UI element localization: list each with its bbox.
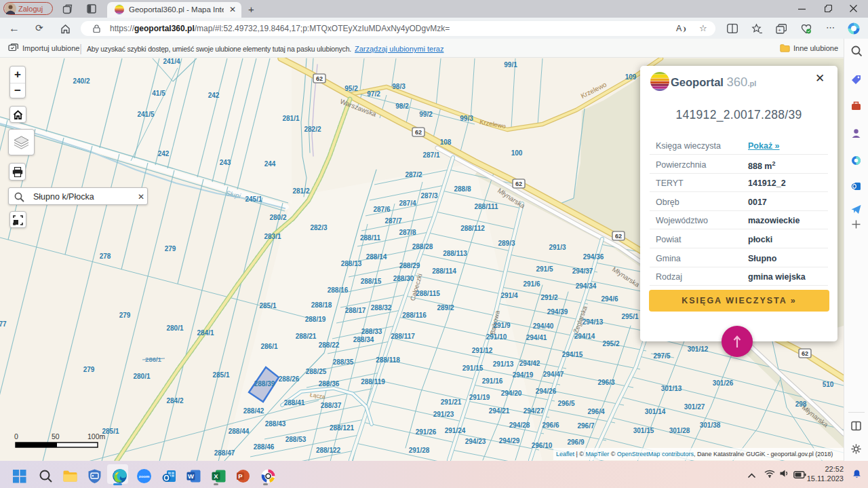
svg-text:288/34: 288/34 [353, 336, 374, 343]
svg-text:286/1: 286/1 [260, 343, 277, 350]
svg-text:294/26: 294/26 [536, 388, 557, 395]
svg-text:294/21: 294/21 [489, 407, 510, 415]
svg-text:50: 50 [52, 432, 60, 440]
svg-text:294/27: 294/27 [524, 407, 545, 415]
svg-text:296/9: 296/9 [567, 438, 584, 446]
svg-text:288/25: 288/25 [306, 368, 327, 375]
svg-text:301/15: 301/15 [633, 427, 654, 434]
svg-text:242: 242 [208, 92, 220, 99]
svg-text:Leaflet | © MapTiler © OpenStr: Leaflet | © MapTiler © OpenStreetMap con… [556, 451, 833, 457]
svg-text:301/28: 301/28 [669, 427, 690, 434]
svg-text:285/1: 285/1 [259, 302, 276, 309]
svg-text:287/3: 287/3 [420, 192, 437, 200]
svg-text:100m: 100m [87, 432, 106, 440]
svg-text:288/111: 288/111 [474, 203, 498, 210]
svg-text:243: 243 [220, 159, 231, 166]
svg-text:288/113: 288/113 [443, 250, 467, 257]
svg-text:294/34: 294/34 [576, 282, 597, 290]
svg-text:62: 62 [802, 350, 808, 357]
svg-text:288/37: 288/37 [321, 402, 342, 409]
svg-text:288/21: 288/21 [296, 333, 317, 340]
svg-text:288/11: 288/11 [360, 234, 380, 242]
svg-text:294/37: 294/37 [572, 267, 593, 275]
svg-text:288/44: 288/44 [229, 428, 250, 435]
svg-text:294/40: 294/40 [533, 322, 554, 330]
svg-text:288/19: 288/19 [305, 316, 326, 323]
svg-text:282/2: 282/2 [304, 126, 321, 133]
svg-text:100: 100 [511, 149, 523, 157]
svg-text:301/26: 301/26 [713, 379, 734, 387]
svg-text:294/15: 294/15 [562, 351, 583, 358]
svg-text:241/4: 241/4 [163, 58, 180, 65]
svg-text:294/39: 294/39 [547, 308, 568, 316]
svg-text:288/115: 288/115 [416, 290, 440, 297]
svg-text:291/24: 291/24 [445, 427, 466, 434]
svg-text:291/23: 291/23 [433, 411, 454, 418]
svg-text:291/10: 291/10 [486, 333, 507, 341]
svg-text:281/2: 281/2 [292, 187, 309, 195]
svg-text:+: + [778, 27, 781, 33]
svg-text:288/42: 288/42 [243, 407, 264, 415]
svg-text:108: 108 [440, 138, 452, 146]
svg-text:98/2: 98/2 [395, 102, 409, 110]
svg-text:291/9: 291/9 [493, 322, 510, 329]
svg-text:288/121: 288/121 [330, 424, 355, 432]
svg-text:288/118: 288/118 [376, 356, 400, 364]
svg-text:294/42: 294/42 [519, 360, 540, 367]
svg-text:294/13: 294/13 [583, 318, 604, 326]
svg-text:288/46: 288/46 [254, 443, 275, 451]
svg-text:294/23: 294/23 [465, 438, 486, 445]
svg-text:278: 278 [100, 252, 111, 260]
svg-text:288/26: 288/26 [279, 375, 300, 383]
svg-text:279: 279 [83, 366, 95, 373]
svg-text:288/8: 288/8 [454, 185, 471, 193]
svg-text:291/16: 291/16 [482, 377, 503, 385]
svg-text:294/41: 294/41 [526, 334, 547, 341]
svg-text:280/2: 280/2 [269, 214, 286, 221]
svg-text:288/29: 288/29 [399, 262, 420, 269]
svg-text:zoom: zoom [139, 474, 150, 478]
svg-text:510: 510 [823, 381, 834, 388]
svg-text:240/2: 240/2 [73, 77, 90, 85]
svg-text:296/6: 296/6 [542, 421, 559, 429]
svg-text:294/29: 294/29 [499, 437, 520, 445]
svg-text:288/36: 288/36 [319, 380, 340, 388]
svg-text:288/119: 288/119 [361, 378, 385, 386]
svg-text:99/1: 99/1 [504, 61, 517, 69]
svg-text:296/4: 296/4 [587, 408, 604, 415]
svg-text:288/43: 288/43 [265, 420, 286, 428]
svg-text:279: 279 [119, 312, 131, 319]
svg-text:99/3: 99/3 [460, 115, 473, 122]
svg-text:301/13: 301/13 [661, 385, 682, 392]
svg-text:295/1: 295/1 [621, 313, 638, 320]
svg-text:62: 62 [415, 129, 422, 136]
svg-text:291/3: 291/3 [549, 244, 566, 251]
svg-text:288/22: 288/22 [319, 341, 340, 349]
svg-text:285/1: 285/1 [212, 371, 229, 379]
svg-text:109: 109 [625, 73, 637, 81]
svg-text:287/2: 287/2 [405, 171, 422, 179]
svg-text:288/114: 288/114 [432, 267, 456, 275]
svg-text:288/16: 288/16 [328, 286, 349, 294]
svg-text:99/2: 99/2 [419, 111, 433, 118]
svg-text:291/2: 291/2 [540, 294, 557, 301]
svg-text:41/5: 41/5 [152, 90, 165, 97]
svg-text:296/10: 296/10 [532, 442, 553, 449]
svg-text:294/19: 294/19 [513, 371, 534, 379]
svg-text:291/6: 291/6 [523, 280, 540, 288]
svg-text:289/2: 289/2 [437, 304, 454, 312]
svg-text:0: 0 [14, 432, 18, 440]
svg-text:288/47: 288/47 [214, 449, 235, 457]
svg-text:294/14: 294/14 [574, 333, 595, 340]
svg-text:288/53: 288/53 [285, 436, 307, 443]
svg-text:291/13: 291/13 [493, 360, 514, 368]
svg-text:288/14: 288/14 [366, 253, 387, 261]
svg-text:291/4: 291/4 [500, 292, 517, 299]
svg-text:280/1: 280/1 [133, 373, 150, 380]
svg-text:287/8: 287/8 [399, 229, 416, 236]
svg-text:296/3: 296/3 [597, 379, 614, 386]
svg-text:244: 244 [264, 160, 276, 168]
svg-text:288/112: 288/112 [460, 225, 485, 232]
svg-text:77: 77 [0, 320, 7, 328]
svg-text:288/18: 288/18 [311, 301, 332, 309]
